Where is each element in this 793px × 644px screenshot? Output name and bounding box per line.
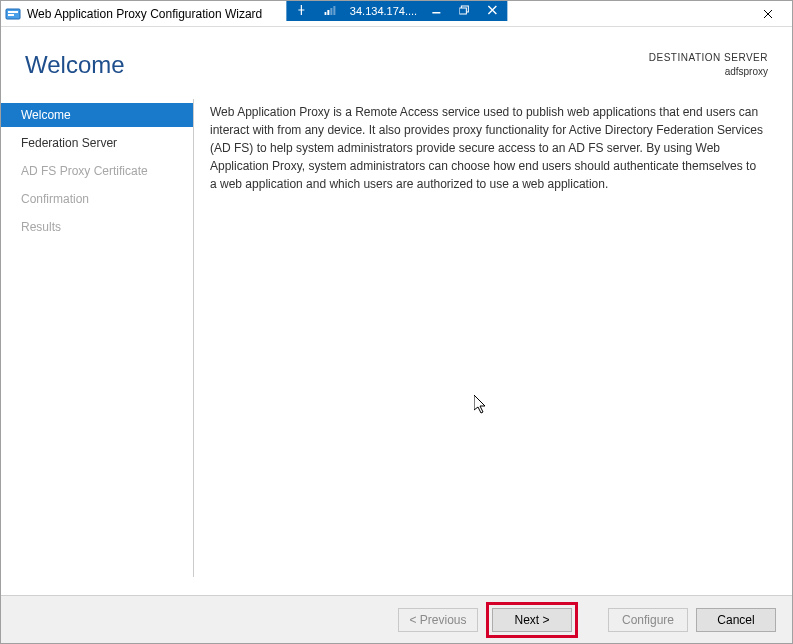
svg-rect-4 bbox=[327, 10, 329, 15]
step-results: Results bbox=[1, 215, 193, 239]
step-confirmation: Confirmation bbox=[1, 187, 193, 211]
window-title: Web Application Proxy Configuration Wiza… bbox=[27, 7, 262, 21]
rdp-restore-icon[interactable] bbox=[455, 5, 473, 17]
svg-rect-6 bbox=[333, 6, 335, 15]
titlebar: Web Application Proxy Configuration Wiza… bbox=[1, 1, 792, 27]
wizard-steps: Welcome Federation Server AD FS Proxy Ce… bbox=[1, 99, 194, 577]
rdp-close-icon[interactable] bbox=[483, 5, 501, 17]
close-button[interactable] bbox=[748, 1, 788, 27]
svg-rect-5 bbox=[330, 8, 332, 15]
rdp-connection-bar[interactable]: 34.134.174.... bbox=[286, 1, 507, 21]
cancel-button[interactable]: Cancel bbox=[696, 608, 776, 632]
svg-rect-7 bbox=[432, 12, 440, 14]
cursor-icon bbox=[474, 395, 490, 415]
configure-button: Configure bbox=[608, 608, 688, 632]
previous-button: < Previous bbox=[398, 608, 478, 632]
destination-server: DESTINATION SERVER adfsproxy bbox=[649, 51, 768, 79]
page-heading: Welcome bbox=[25, 51, 125, 79]
rdp-minimize-icon[interactable] bbox=[427, 5, 445, 17]
destination-name: adfsproxy bbox=[649, 65, 768, 79]
next-button-highlight: Next > bbox=[486, 602, 578, 638]
svg-rect-2 bbox=[8, 14, 14, 16]
rdp-signal-icon bbox=[320, 5, 340, 17]
rdp-pin-icon[interactable] bbox=[292, 5, 310, 17]
svg-rect-1 bbox=[8, 11, 18, 13]
wizard-content: Welcome Federation Server AD FS Proxy Ce… bbox=[1, 87, 792, 577]
wizard-icon bbox=[5, 6, 21, 22]
welcome-description: Web Application Proxy is a Remote Access… bbox=[210, 103, 764, 193]
step-adfs-proxy-certificate: AD FS Proxy Certificate bbox=[1, 159, 193, 183]
wizard-footer: < Previous Next > Configure Cancel bbox=[1, 595, 792, 643]
wizard-header: Welcome DESTINATION SERVER adfsproxy bbox=[1, 27, 792, 87]
step-welcome[interactable]: Welcome bbox=[1, 103, 193, 127]
wizard-body: Web Application Proxy is a Remote Access… bbox=[194, 99, 768, 577]
svg-rect-3 bbox=[324, 12, 326, 15]
step-federation-server[interactable]: Federation Server bbox=[1, 131, 193, 155]
svg-rect-9 bbox=[459, 8, 466, 14]
destination-label: DESTINATION SERVER bbox=[649, 51, 768, 65]
next-button[interactable]: Next > bbox=[492, 608, 572, 632]
rdp-ip: 34.134.174.... bbox=[350, 5, 417, 17]
